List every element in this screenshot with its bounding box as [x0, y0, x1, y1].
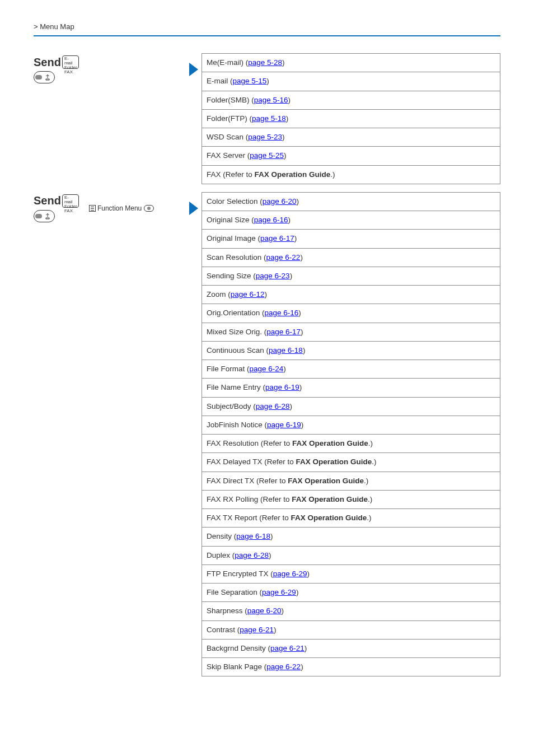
page-link[interactable]: page 6-21 [270, 644, 305, 652]
menu-item: FTP Encrypted TX (page 6-29) [202, 565, 500, 584]
menu-item: Me(E-mail) (page 5-28) [202, 54, 500, 72]
menu-item: JobFinish Notice (page 6-19) [202, 416, 500, 435]
menu-item: Scan Resolution (page 6-22) [202, 249, 500, 267]
send-indicator-icon [34, 71, 55, 83]
menu-item: Density (page 6-18) [202, 528, 500, 546]
send-menu-row: Send E-mail Folder FAX Me(E-mail) (page … [34, 53, 500, 184]
menu-item: Sending Size (page 6-23) [202, 267, 500, 286]
page-link[interactable]: page 6-28 [235, 551, 269, 559]
send-icon-group: Send E-mail Folder FAX [34, 194, 79, 222]
send-key-icon: E-mail Folder FAX [62, 55, 79, 69]
page-link[interactable]: page 6-19 [265, 383, 299, 391]
send-key-block: Send E-mail Folder FAX [34, 53, 202, 83]
menu-item: File Separation (page 6-29) [202, 584, 500, 602]
send-sub-email: E-mail [64, 57, 77, 66]
arrow-icon [189, 63, 198, 76]
page-link[interactable]: page 5-15 [233, 77, 267, 85]
page-link[interactable]: page 6-23 [256, 272, 290, 280]
menu-item: Zoom (page 6-12) [202, 286, 500, 304]
menu-item: FAX (Refer to FAX Operation Guide.) [202, 166, 500, 184]
page-link[interactable]: page 6-17 [260, 234, 294, 242]
page-header: > Menu Map [34, 22, 500, 36]
page-link[interactable]: page 6-16 [265, 309, 299, 317]
menu-item: Contrast (page 6-21) [202, 621, 500, 640]
menu-item: E-mail (page 5-15) [202, 72, 500, 91]
send-label: Send [34, 194, 61, 207]
menu-item: FAX Server (page 5-25) [202, 147, 500, 165]
page-link[interactable]: page 6-18 [236, 532, 270, 540]
send-icon-group: Send E-mail Folder FAX [34, 55, 79, 83]
menu-item: Original Size (page 6-16) [202, 211, 500, 230]
send-function-menu-row: Send E-mail Folder FAX Function Menu Col… [34, 192, 500, 677]
page-link[interactable]: page 6-29 [262, 588, 296, 596]
menu-item: FAX Direct TX (Refer to FAX Operation Gu… [202, 472, 500, 491]
send-sub-fax: FAX [64, 209, 77, 213]
page-link[interactable]: page 5-23 [248, 133, 282, 141]
menu-item: Folder(FTP) (page 5-18) [202, 110, 500, 128]
menu-item: Orig.Orientation (page 6-16) [202, 304, 500, 323]
send-function-key-block: Send E-mail Folder FAX Function Menu [34, 192, 202, 222]
function-menu-label: Function Menu [97, 204, 142, 212]
page-link[interactable]: page 6-28 [256, 402, 290, 410]
menu-item: Sharpness (page 6-20) [202, 602, 500, 620]
page-link[interactable]: page 6-20 [263, 197, 297, 206]
menu-item: Color Selection (page 6-20) [202, 193, 500, 211]
page-link[interactable]: page 6-22 [266, 662, 301, 671]
page-link[interactable]: page 6-12 [231, 290, 265, 298]
page-link[interactable]: page 6-17 [266, 328, 301, 336]
page-link[interactable]: page 6-16 [254, 216, 288, 224]
page-link[interactable]: page 5-25 [250, 151, 284, 160]
menu-item: Duplex (page 6-28) [202, 547, 500, 565]
menu-item: Backgrnd Density (page 6-21) [202, 640, 500, 658]
menu-list-icon [89, 205, 96, 212]
page-link[interactable]: page 6-24 [250, 365, 284, 373]
send-label: Send [34, 56, 61, 69]
menu-item: Mixed Size Orig. (page 6-17) [202, 323, 500, 342]
send-function-list: Color Selection (page 6-20)Original Size… [202, 192, 500, 677]
page-link[interactable]: page 5-18 [252, 114, 286, 123]
menu-item: Original Image (page 6-17) [202, 230, 500, 248]
page-link[interactable]: page 6-19 [267, 421, 301, 429]
menu-item: WSD Scan (page 5-23) [202, 128, 500, 147]
send-indicator-icon [34, 210, 55, 222]
menu-item: FAX Delayed TX (Refer to FAX Operation G… [202, 453, 500, 472]
menu-item: FAX Resolution (Refer to FAX Operation G… [202, 435, 500, 453]
menu-item: FAX TX Report (Refer to FAX Operation Gu… [202, 509, 500, 528]
send-destination-list: Me(E-mail) (page 5-28)E-mail (page 5-15)… [202, 53, 500, 184]
menu-item: Continuous Scan (page 6-18) [202, 342, 500, 360]
send-sub-fax: FAX [64, 70, 77, 74]
menu-item: Folder(SMB) (page 5-16) [202, 91, 500, 110]
send-sub-email: E-mail [64, 195, 77, 204]
menu-item: Subject/Body (page 6-28) [202, 398, 500, 416]
page-link[interactable]: page 6-18 [269, 346, 303, 354]
page-link[interactable]: page 5-16 [254, 96, 288, 104]
menu-item: File Format (page 6-24) [202, 360, 500, 379]
page-link[interactable]: page 6-22 [266, 253, 301, 262]
send-key-icon: E-mail Folder FAX [62, 194, 79, 208]
menu-item: File Name Entry (page 6-19) [202, 379, 500, 397]
page-link[interactable]: page 6-29 [273, 570, 307, 578]
function-menu-key: Function Menu [89, 204, 154, 212]
arrow-icon [189, 202, 198, 215]
menu-item: FAX RX Polling (Refer to FAX Operation G… [202, 491, 500, 509]
page-link[interactable]: page 5-28 [248, 58, 282, 67]
page-link[interactable]: page 6-20 [247, 606, 282, 615]
menu-item: Skip Blank Page (page 6-22) [202, 658, 500, 676]
page-link[interactable]: page 6-21 [240, 626, 274, 634]
function-menu-button-icon [144, 205, 154, 212]
